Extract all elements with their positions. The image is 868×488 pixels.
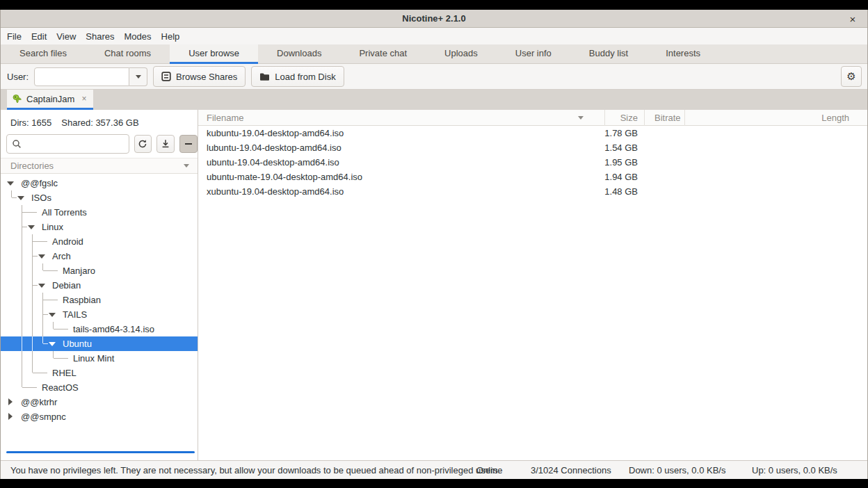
download-status: Down: 0 users, 0.0 KB/s: [629, 461, 725, 480]
app-window: Nicotine+ 2.1.0 × FileEditViewSharesMode…: [0, 10, 868, 479]
shares-list-icon: [161, 72, 171, 81]
menu-file[interactable]: File: [2, 28, 26, 44]
tree-row--fgslc[interactable]: @@fgslc: [1, 176, 198, 190]
tree-guide: [6, 351, 17, 366]
search-row: [1, 132, 198, 158]
tree-row-arch[interactable]: Arch: [1, 249, 198, 263]
search-field[interactable]: [6, 134, 129, 154]
file-row[interactable]: ubuntu-19.04-desktop-amd64.iso1.95 GB: [198, 155, 867, 170]
file-name-cell: xubuntu-19.04-desktop-amd64.iso: [198, 186, 604, 197]
expander-right-icon[interactable]: [6, 409, 16, 424]
tree-guide: [27, 322, 38, 336]
files-panel: Filename Size Bitrate Length kubuntu-19.…: [198, 110, 867, 460]
browse-shares-button[interactable]: Browse Shares: [153, 66, 246, 87]
file-row[interactable]: xubuntu-19.04-desktop-amd64.iso1.48 GB: [198, 184, 867, 199]
file-name-cell: ubuntu-mate-19.04-desktop-amd64.iso: [198, 172, 604, 182]
file-row[interactable]: lubuntu-19.04-desktop-amd64.iso1.54 GB: [198, 140, 867, 155]
expander-down-icon[interactable]: [38, 249, 47, 263]
tree-row-tails-amd64-3-14-iso[interactable]: tails-amd64-3.14.iso: [1, 322, 198, 336]
tab-buddy-list[interactable]: Buddy list: [570, 44, 647, 64]
horizontal-scrollbar[interactable]: [6, 451, 195, 453]
menu-view[interactable]: View: [51, 28, 81, 44]
download-button[interactable]: [156, 135, 175, 153]
length-header-label: Length: [821, 113, 849, 123]
file-table-header: Filename Size Bitrate Length: [198, 110, 867, 126]
tab-user-info[interactable]: User info: [497, 44, 570, 64]
tree-guide: [48, 351, 58, 366]
dirs-count: Dirs: 1655: [10, 117, 51, 128]
tree-row-label: Raspbian: [63, 295, 101, 305]
tree-row-tails[interactable]: TAILS: [1, 307, 198, 322]
tab-user-browse[interactable]: User browse: [170, 44, 258, 64]
expander-right-icon[interactable]: [6, 395, 16, 409]
tree-row-ubuntu[interactable]: Ubuntu: [1, 336, 198, 351]
user-input[interactable]: [34, 67, 129, 86]
search-input[interactable]: [25, 139, 115, 149]
menu-modes[interactable]: Modes: [120, 28, 156, 44]
column-header-bitrate[interactable]: Bitrate: [644, 110, 684, 126]
tree-guide: [17, 234, 27, 249]
expander-down-icon[interactable]: [6, 176, 16, 190]
tree-guide: [6, 322, 17, 336]
column-header-length[interactable]: Length: [684, 110, 867, 126]
tree-guide: [27, 234, 38, 249]
tab-chat-rooms[interactable]: Chat rooms: [86, 44, 170, 64]
expander-down-icon[interactable]: [27, 220, 37, 234]
window-close-button[interactable]: ×: [845, 10, 860, 28]
load-from-disk-button[interactable]: Load from Disk: [251, 66, 344, 87]
tree-guide: [38, 322, 48, 336]
menu-shares[interactable]: Shares: [81, 28, 119, 44]
column-header-size[interactable]: Size: [604, 110, 644, 126]
settings-button[interactable]: ⚙: [841, 66, 862, 87]
tree-row-label: ReactOS: [42, 382, 79, 393]
tab-uploads[interactable]: Uploads: [426, 44, 497, 64]
tree-row-isos[interactable]: ISOs: [1, 190, 198, 205]
file-name-cell: lubuntu-19.04-desktop-amd64.iso: [198, 143, 604, 153]
menu-help[interactable]: Help: [156, 28, 185, 44]
browse-tab-label: CaptainJam: [26, 94, 74, 104]
directories-column-header[interactable]: Directories: [1, 158, 198, 174]
tree-row-raspbian[interactable]: Raspbian: [1, 293, 198, 307]
expander-down-icon[interactable]: [48, 336, 58, 351]
tab-close-icon[interactable]: ×: [81, 94, 86, 104]
tree-row-linux-mint[interactable]: Linux Mint: [1, 351, 198, 366]
refresh-button[interactable]: [134, 135, 152, 153]
gear-icon: ⚙: [846, 70, 855, 83]
column-header-filename[interactable]: Filename: [198, 110, 604, 126]
tree-guide: [27, 249, 38, 263]
tab-downloads[interactable]: Downloads: [258, 44, 340, 64]
tree-guide: [27, 336, 38, 351]
file-row[interactable]: kubuntu-19.04-desktop-amd64.iso1.78 GB: [198, 126, 867, 140]
file-size-cell: 1.54 GB: [604, 143, 644, 153]
tree-row-linux[interactable]: Linux: [1, 220, 198, 234]
tree-row--ktrhr[interactable]: @@ktrhr: [1, 395, 198, 409]
privileges-message[interactable]: You have no privileges left. They are no…: [10, 465, 500, 475]
file-name-cell: kubuntu-19.04-desktop-amd64.iso: [198, 128, 604, 138]
tree-row-all-torrents[interactable]: All Torrents: [1, 205, 198, 220]
tree-row-label: Debian: [52, 280, 81, 291]
tree-guide: [6, 366, 17, 380]
expander-down-icon[interactable]: [38, 278, 47, 293]
user-dropdown-button[interactable]: [129, 67, 147, 86]
collapse-all-button[interactable]: [179, 135, 198, 153]
main-tab-bar: Search filesChat roomsUser browseDownloa…: [1, 44, 867, 64]
tree-row-reactos[interactable]: ReactOS: [1, 380, 198, 395]
tree-row-rhel[interactable]: RHEL: [1, 366, 198, 380]
tab-search-files[interactable]: Search files: [1, 44, 86, 64]
tree-row-debian[interactable]: Debian: [1, 278, 198, 293]
tree-row--smpnc[interactable]: @@smpnc: [1, 409, 198, 424]
tree-guide: [27, 278, 38, 293]
tree-row-label: Linux: [42, 222, 63, 232]
tree-row-android[interactable]: Android: [1, 234, 198, 249]
directories-panel: Dirs: 1655 Shared: 357.36 GB: [1, 110, 198, 460]
tree-guide: [6, 263, 17, 278]
tab-interests[interactable]: Interests: [647, 44, 719, 64]
file-row[interactable]: ubuntu-mate-19.04-desktop-amd64.iso1.94 …: [198, 170, 867, 184]
expander-down-icon[interactable]: [17, 190, 26, 205]
expander-down-icon[interactable]: [48, 307, 58, 322]
tab-private-chat[interactable]: Private chat: [340, 44, 426, 64]
tree-row-manjaro[interactable]: Manjaro: [1, 263, 198, 278]
menu-edit[interactable]: Edit: [26, 28, 51, 44]
shared-size: Shared: 357.36 GB: [61, 117, 138, 128]
browse-tab-captainjam[interactable]: CaptainJam ×: [7, 90, 93, 110]
